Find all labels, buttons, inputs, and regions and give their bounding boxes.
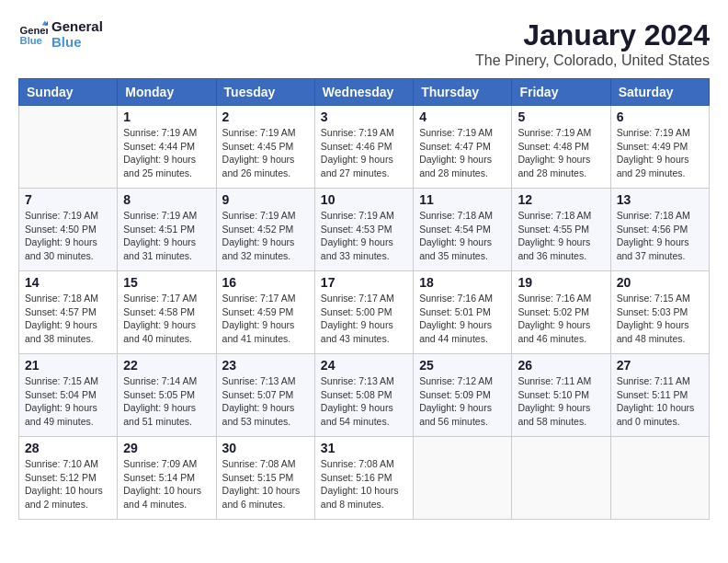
day-header-wednesday: Wednesday [314,79,413,106]
day-number: 10 [321,192,407,207]
day-number: 22 [123,358,210,373]
day-header-thursday: Thursday [414,79,512,106]
day-number: 17 [321,275,407,290]
day-info: Sunrise: 7:15 AMSunset: 5:03 PMDaylight:… [617,292,703,346]
day-info: Sunrise: 7:11 AMSunset: 5:10 PMDaylight:… [518,374,604,429]
page-header: General Blue General Blue January 2024 T… [18,18,710,69]
day-number: 21 [25,358,111,373]
day-number: 9 [222,192,309,207]
day-header-sunday: Sunday [19,79,118,106]
calendar-week-row: 1Sunrise: 7:19 AMSunset: 4:44 PMDaylight… [19,106,710,189]
day-header-monday: Monday [118,79,216,106]
calendar-cell: 14Sunrise: 7:18 AMSunset: 4:57 PMDayligh… [19,271,118,354]
calendar-cell: 31Sunrise: 7:08 AMSunset: 5:16 PMDayligh… [314,437,413,520]
day-number: 26 [518,358,604,373]
calendar-cell: 13Sunrise: 7:18 AMSunset: 4:56 PMDayligh… [610,189,709,271]
day-number: 24 [321,358,407,373]
calendar-cell: 3Sunrise: 7:19 AMSunset: 4:46 PMDaylight… [314,106,413,189]
calendar-cell: 24Sunrise: 7:13 AMSunset: 5:08 PMDayligh… [314,354,413,437]
calendar-week-row: 7Sunrise: 7:19 AMSunset: 4:50 PMDaylight… [19,189,710,271]
day-info: Sunrise: 7:09 AMSunset: 5:14 PMDaylight:… [123,457,210,511]
day-number: 29 [123,441,210,455]
day-info: Sunrise: 7:19 AMSunset: 4:53 PMDaylight:… [321,209,407,263]
day-number: 28 [25,441,111,455]
calendar-cell: 5Sunrise: 7:19 AMSunset: 4:48 PMDaylight… [512,106,610,189]
calendar-cell: 10Sunrise: 7:19 AMSunset: 4:53 PMDayligh… [314,189,413,271]
calendar-cell: 25Sunrise: 7:12 AMSunset: 5:09 PMDayligh… [414,354,512,437]
title-area: January 2024 The Pinery, Colorado, Unite… [475,18,710,69]
day-info: Sunrise: 7:10 AMSunset: 5:12 PMDaylight:… [25,457,111,511]
day-header-friday: Friday [512,79,610,106]
calendar-table: SundayMondayTuesdayWednesdayThursdayFrid… [18,78,710,520]
day-header-tuesday: Tuesday [216,79,314,106]
day-info: Sunrise: 7:19 AMSunset: 4:52 PMDaylight:… [222,209,309,263]
day-header-saturday: Saturday [610,79,709,106]
day-number: 5 [518,109,604,124]
logo-icon: General Blue [18,19,48,49]
calendar-cell: 26Sunrise: 7:11 AMSunset: 5:10 PMDayligh… [512,354,610,437]
logo-line1: General [51,18,103,34]
day-number: 23 [222,358,309,373]
calendar-cell: 28Sunrise: 7:10 AMSunset: 5:12 PMDayligh… [19,437,118,520]
day-number: 3 [321,109,407,124]
day-number: 30 [222,441,309,455]
calendar-week-row: 28Sunrise: 7:10 AMSunset: 5:12 PMDayligh… [19,437,710,520]
day-info: Sunrise: 7:12 AMSunset: 5:09 PMDaylight:… [419,374,506,429]
calendar-cell: 23Sunrise: 7:13 AMSunset: 5:07 PMDayligh… [216,354,314,437]
calendar-cell [610,437,709,520]
calendar-cell: 16Sunrise: 7:17 AMSunset: 4:59 PMDayligh… [216,271,314,354]
day-number: 2 [222,109,309,124]
day-info: Sunrise: 7:17 AMSunset: 4:58 PMDaylight:… [123,292,210,346]
day-info: Sunrise: 7:15 AMSunset: 5:04 PMDaylight:… [25,374,111,429]
calendar-cell: 9Sunrise: 7:19 AMSunset: 4:52 PMDaylight… [216,189,314,271]
day-info: Sunrise: 7:08 AMSunset: 5:15 PMDaylight:… [222,457,309,511]
day-number: 8 [123,192,210,207]
day-info: Sunrise: 7:17 AMSunset: 5:00 PMDaylight:… [321,292,407,346]
day-number: 1 [123,109,210,124]
calendar-cell: 19Sunrise: 7:16 AMSunset: 5:02 PMDayligh… [512,271,610,354]
day-info: Sunrise: 7:19 AMSunset: 4:49 PMDaylight:… [617,126,703,180]
day-info: Sunrise: 7:08 AMSunset: 5:16 PMDaylight:… [321,457,407,511]
day-number: 19 [518,275,604,290]
calendar-week-row: 21Sunrise: 7:15 AMSunset: 5:04 PMDayligh… [19,354,710,437]
day-info: Sunrise: 7:18 AMSunset: 4:57 PMDaylight:… [25,292,111,346]
svg-text:Blue: Blue [20,35,42,46]
calendar-cell: 2Sunrise: 7:19 AMSunset: 4:45 PMDaylight… [216,106,314,189]
calendar-cell: 30Sunrise: 7:08 AMSunset: 5:15 PMDayligh… [216,437,314,520]
calendar-cell: 15Sunrise: 7:17 AMSunset: 4:58 PMDayligh… [118,271,216,354]
day-info: Sunrise: 7:19 AMSunset: 4:45 PMDaylight:… [222,126,309,180]
day-info: Sunrise: 7:17 AMSunset: 4:59 PMDaylight:… [222,292,309,346]
logo-line2: Blue [51,34,103,50]
calendar-cell [512,437,610,520]
calendar-cell: 11Sunrise: 7:18 AMSunset: 4:54 PMDayligh… [414,189,512,271]
calendar-cell [19,106,118,189]
page-title: January 2024 [475,18,710,52]
day-number: 12 [518,192,604,207]
calendar-cell: 22Sunrise: 7:14 AMSunset: 5:05 PMDayligh… [118,354,216,437]
day-info: Sunrise: 7:18 AMSunset: 4:56 PMDaylight:… [617,209,703,263]
day-number: 7 [25,192,111,207]
day-number: 20 [617,275,703,290]
page-subtitle: The Pinery, Colorado, United States [475,52,710,69]
calendar-cell: 12Sunrise: 7:18 AMSunset: 4:55 PMDayligh… [512,189,610,271]
day-info: Sunrise: 7:19 AMSunset: 4:46 PMDaylight:… [321,126,407,180]
day-number: 25 [419,358,506,373]
day-info: Sunrise: 7:19 AMSunset: 4:47 PMDaylight:… [419,126,506,180]
calendar-cell: 7Sunrise: 7:19 AMSunset: 4:50 PMDaylight… [19,189,118,271]
day-number: 18 [419,275,506,290]
day-info: Sunrise: 7:19 AMSunset: 4:44 PMDaylight:… [123,126,210,180]
day-number: 4 [419,109,506,124]
calendar-week-row: 14Sunrise: 7:18 AMSunset: 4:57 PMDayligh… [19,271,710,354]
day-info: Sunrise: 7:13 AMSunset: 5:08 PMDaylight:… [321,374,407,429]
day-info: Sunrise: 7:13 AMSunset: 5:07 PMDaylight:… [222,374,309,429]
day-number: 13 [617,192,703,207]
day-number: 15 [123,275,210,290]
calendar-header-row: SundayMondayTuesdayWednesdayThursdayFrid… [19,79,710,106]
day-info: Sunrise: 7:16 AMSunset: 5:01 PMDaylight:… [419,292,506,346]
day-number: 31 [321,441,407,455]
calendar-cell: 18Sunrise: 7:16 AMSunset: 5:01 PMDayligh… [414,271,512,354]
calendar-cell: 4Sunrise: 7:19 AMSunset: 4:47 PMDaylight… [414,106,512,189]
day-number: 27 [617,358,703,373]
day-info: Sunrise: 7:18 AMSunset: 4:55 PMDaylight:… [518,209,604,263]
day-info: Sunrise: 7:16 AMSunset: 5:02 PMDaylight:… [518,292,604,346]
